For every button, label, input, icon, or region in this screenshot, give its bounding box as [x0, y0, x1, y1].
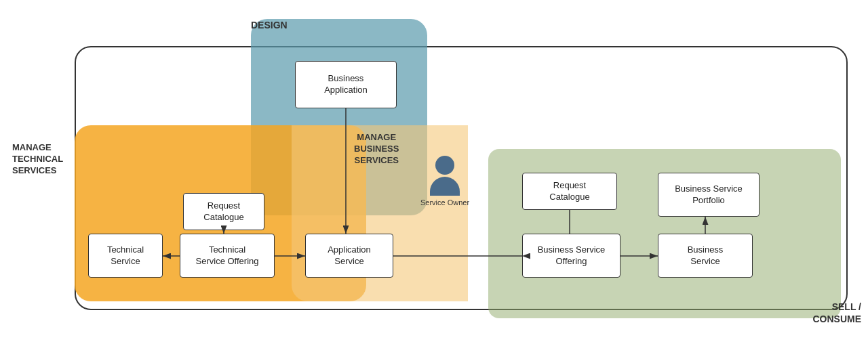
- service-owner-icon: Service Owner: [420, 156, 469, 207]
- diagram-container: DESIGN MANAGE TECHNICAL SERVICES MANAGE …: [0, 0, 868, 344]
- service-owner-label: Service Owner: [420, 198, 469, 207]
- technical-service-offering-box: Technical Service Offering: [180, 234, 275, 278]
- business-service-box: Business Service: [658, 234, 753, 278]
- request-catalogue-right-box: Request Catalogue: [522, 173, 617, 210]
- person-head: [435, 156, 454, 175]
- application-service-box: Application Service: [305, 234, 393, 278]
- design-label: DESIGN: [251, 19, 288, 31]
- technical-service-box: Technical Service: [88, 234, 163, 278]
- request-catalogue-left-box: Request Catalogue: [183, 193, 264, 230]
- person-body: [430, 177, 460, 196]
- business-application-box: Business Application: [295, 61, 397, 108]
- manage-tech-label: MANAGE TECHNICAL SERVICES: [12, 142, 63, 177]
- business-service-offering-box: Business Service Offering: [522, 234, 620, 278]
- sell-consume-label: SELL / CONSUME: [812, 301, 861, 325]
- business-service-portfolio-box: Business Service Portfolio: [658, 173, 760, 217]
- manage-biz-label: MANAGE BUSINESS SERVICES: [354, 132, 399, 167]
